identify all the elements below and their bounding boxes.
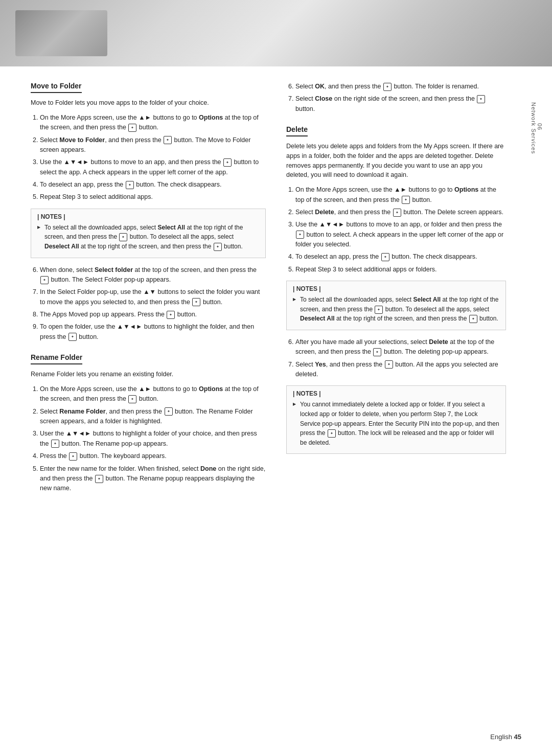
- move-to-folder-steps-2: When done, select Select folder at the t…: [31, 265, 266, 342]
- notes-list: To select all the downloaded apps, selec…: [293, 295, 499, 324]
- step-item: On the More Apps screen, use the ▲► butt…: [40, 113, 266, 133]
- button-icon: [95, 475, 103, 483]
- delete-heading: Delete: [286, 125, 308, 136]
- note-item: To select all the downloaded apps, selec…: [293, 295, 499, 324]
- right-column: Select OK, and then press the button. Th…: [286, 82, 506, 500]
- step-item: Select OK, and then press the button. Th…: [295, 82, 506, 91]
- rename-folder-intro: Rename Folder lets you rename an existin…: [31, 370, 266, 379]
- move-to-folder-steps-1: On the More Apps screen, use the ▲► butt…: [31, 113, 266, 202]
- button-icon: [469, 315, 477, 323]
- note-item: To select all the downloaded apps, selec…: [37, 223, 259, 251]
- step-item: On the More Apps screen, use the ▲► butt…: [40, 384, 266, 404]
- step-item: Repeat Step 3 to select additional apps.: [40, 192, 266, 202]
- side-label: 06 Network Services: [531, 102, 543, 154]
- chapter-number: 06: [537, 102, 543, 151]
- page-number: 45: [514, 733, 521, 741]
- notes-list: To select all the downloaded apps, selec…: [37, 223, 259, 251]
- step-item: To deselect an app, press the button. Th…: [40, 180, 266, 190]
- button-icon: [373, 348, 381, 356]
- delete-steps-2: After you have made all your selections,…: [286, 337, 506, 380]
- button-icon: [167, 311, 175, 319]
- button-icon: [164, 136, 172, 144]
- notes-title: | NOTES |: [293, 390, 499, 397]
- footer-language: English: [490, 733, 512, 741]
- button-icon: [296, 231, 304, 239]
- button-icon: [119, 233, 127, 241]
- step-item: Repeat Step 3 to select additional apps …: [295, 265, 506, 274]
- chapter-title: Network Services: [531, 102, 537, 154]
- button-icon: [385, 360, 393, 369]
- step-item: Enter the new name for the folder. When …: [40, 464, 266, 494]
- left-column: Move to Folder Move to Folder lets you m…: [31, 82, 266, 500]
- step-item: Select Yes, and then press the button. A…: [295, 360, 506, 380]
- rename-folder-steps: On the More Apps screen, use the ▲► butt…: [31, 384, 266, 494]
- step-item: Select Move to Folder, and then press th…: [40, 135, 266, 155]
- step-item: Select Close on the right side of the sc…: [295, 94, 506, 114]
- rename-folder-steps-cont: Select OK, and then press the button. Th…: [286, 82, 506, 114]
- button-icon: [477, 95, 485, 103]
- button-icon: [328, 429, 336, 438]
- button-icon: [223, 158, 232, 167]
- button-icon: [68, 333, 77, 341]
- button-icon: [128, 395, 136, 403]
- page-header: [0, 0, 552, 66]
- notes-box-move: | NOTES | To select all the downloaded a…: [31, 209, 266, 258]
- step-item: Select Rename Folder, and then press the…: [40, 407, 266, 427]
- button-icon: [69, 452, 77, 461]
- notes-list: You cannot immediately delete a locked a…: [293, 400, 499, 447]
- button-icon: [402, 196, 410, 204]
- button-icon: [375, 306, 383, 314]
- step-item: Press the button. The keyboard appears.: [40, 451, 266, 461]
- button-icon: [393, 209, 401, 217]
- step-item: To deselect an app, press the button. Th…: [295, 252, 506, 262]
- step-item: When done, select Select folder at the t…: [40, 265, 266, 285]
- rename-folder-heading: Rename Folder: [31, 353, 82, 364]
- button-icon: [192, 298, 200, 306]
- step-item: User the ▲▼◄► buttons to highlight a fol…: [40, 429, 266, 449]
- button-icon: [128, 124, 136, 132]
- step-item: On the More Apps screen, use the ▲► butt…: [295, 185, 506, 205]
- step-item: To open the folder, use the ▲▼◄► buttons…: [40, 322, 266, 342]
- delete-steps-1: On the More Apps screen, use the ▲► butt…: [286, 185, 506, 274]
- step-item: Use the ▲▼◄► buttons to move to an app, …: [40, 157, 266, 177]
- note-item: You cannot immediately delete a locked a…: [293, 400, 499, 447]
- notes-box-delete-2: | NOTES | You cannot immediately delete …: [286, 385, 506, 454]
- button-icon: [40, 276, 49, 284]
- button-icon: [214, 243, 222, 251]
- move-to-folder-intro: Move to Folder lets you move apps to the…: [31, 98, 266, 108]
- page-footer: English 45: [490, 733, 521, 741]
- notes-box-delete-1: | NOTES | To select all the downloaded a…: [286, 281, 506, 330]
- button-icon: [381, 253, 389, 261]
- button-icon: [126, 181, 134, 189]
- step-item: Select Delete, and then press the button…: [295, 208, 506, 217]
- step-item: Use the ▲▼◄► buttons to move to an app, …: [295, 220, 506, 249]
- step-item: The Apps Moved pop up appears. Press the…: [40, 310, 266, 319]
- notes-title: | NOTES |: [37, 213, 259, 220]
- delete-intro: Delete lets you delete apps and folders …: [286, 142, 506, 180]
- step-item: In the Select Folder pop-up, use the ▲▼ …: [40, 287, 266, 307]
- notes-title: | NOTES |: [293, 285, 499, 292]
- move-to-folder-heading: Move to Folder: [31, 82, 82, 93]
- step-item: After you have made all your selections,…: [295, 337, 506, 357]
- button-icon: [165, 407, 173, 416]
- button-icon: [383, 83, 392, 91]
- button-icon: [51, 440, 59, 448]
